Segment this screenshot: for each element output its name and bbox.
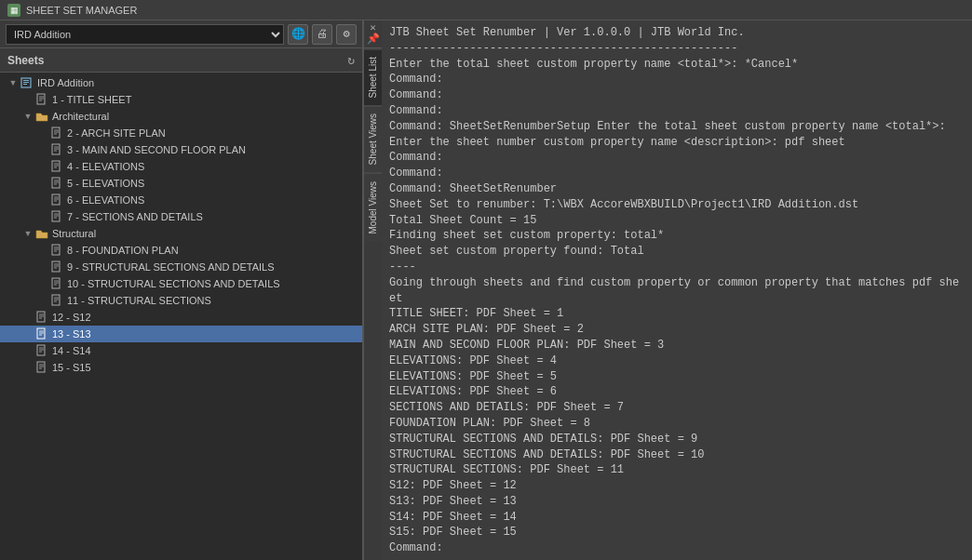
console-line: ---- xyxy=(389,260,965,275)
close-panel-button[interactable]: ✕ xyxy=(370,23,376,33)
tree-item-4[interactable]: 4 - ELEVATIONS xyxy=(0,158,362,175)
sheet-icon-9 xyxy=(50,260,63,273)
expand-icon-8 xyxy=(37,245,48,256)
sheet-icon-8 xyxy=(50,244,63,257)
sheets-title: Sheets xyxy=(7,54,44,67)
svg-rect-8 xyxy=(52,127,60,138)
expand-icon-arch: ▼ xyxy=(22,111,34,122)
tree-item-arch[interactable]: ▼ Architectural xyxy=(0,108,362,125)
svg-rect-2 xyxy=(23,82,29,83)
pin-panel-button[interactable]: 📌 xyxy=(367,34,380,45)
console-line: Sheet Set to renumber: T:\WBX AccoreWBXB… xyxy=(389,197,965,213)
console-line: Command: SheetSetRenumber xyxy=(389,181,965,197)
folder-icon-struct xyxy=(35,227,48,240)
svg-rect-52 xyxy=(37,328,45,339)
console-line: S14: PDF Sheet = 14 xyxy=(389,510,965,526)
side-tabs: ✕ 📌 Sheet List Sheet Views Model Views xyxy=(363,20,382,560)
expand-icon-6 xyxy=(37,194,48,206)
console-line: STRUCTURAL SECTIONS AND DETAILS: PDF She… xyxy=(389,432,965,447)
tree-label-3: 3 - MAIN AND SECOND FLOOR PLAN xyxy=(67,144,246,155)
tree-label-15: 15 - S15 xyxy=(52,362,91,373)
tree-label-arch: Architectural xyxy=(52,111,109,122)
tree-item-10[interactable]: 10 - STRUCTURAL SECTIONS AND DETAILS xyxy=(0,275,362,292)
tab-model-views[interactable]: Model Views xyxy=(364,173,382,242)
console-line: Command: xyxy=(389,150,965,166)
svg-rect-60 xyxy=(37,362,45,372)
console-line: S13: PDF Sheet = 13 xyxy=(389,494,965,510)
tree-view[interactable]: ▼ IRD Addition 1 - TITLE SHEET ▼ xyxy=(0,73,362,560)
expand-icon-3 xyxy=(37,144,48,155)
tree-item-root[interactable]: ▼ IRD Addition xyxy=(0,74,362,91)
tree-item-14[interactable]: 14 - S14 xyxy=(0,342,362,359)
svg-rect-48 xyxy=(37,312,45,322)
sheet-icon-13 xyxy=(35,327,48,340)
tree-item-struct[interactable]: ▼ Structural xyxy=(0,225,362,242)
print-button[interactable]: 🖨 xyxy=(312,24,332,45)
console-line: ELEVATIONS: PDF Sheet = 6 xyxy=(389,384,965,400)
console-line: ELEVATIONS: PDF Sheet = 4 xyxy=(389,353,965,369)
sheets-header: Sheets ↻ xyxy=(0,48,362,73)
sheet-icon-7 xyxy=(50,210,63,223)
console-line: ARCH SITE PLAN: PDF Sheet = 2 xyxy=(389,322,965,338)
svg-rect-40 xyxy=(52,278,60,288)
tab-sheet-list[interactable]: Sheet List xyxy=(364,48,382,105)
svg-rect-28 xyxy=(52,211,60,221)
svg-rect-12 xyxy=(52,144,60,154)
globe-button[interactable]: 🌐 xyxy=(288,24,308,45)
tree-label-12: 12 - S12 xyxy=(52,312,91,323)
expand-icon-9 xyxy=(37,261,48,273)
sheet-set-selector[interactable]: IRD Addition xyxy=(6,24,284,45)
tree-item-3[interactable]: 3 - MAIN AND SECOND FLOOR PLAN xyxy=(0,141,362,158)
main-layout: IRD Addition 🌐 🖨 ⚙ Sheets ↻ ▼ IRD Additi… xyxy=(0,20,972,560)
sheet-icon-6 xyxy=(50,193,63,207)
tree-item-9[interactable]: 9 - STRUCTURAL SECTIONS AND DETAILS xyxy=(0,259,362,275)
expand-icon-1 xyxy=(22,94,34,105)
svg-rect-56 xyxy=(37,345,45,355)
console-output[interactable]: Command: Command: Command: Command: Shee… xyxy=(382,20,972,560)
tree-item-12[interactable]: 12 - S12 xyxy=(0,309,362,326)
root-icon xyxy=(20,76,34,89)
console-line: Command: xyxy=(389,72,965,87)
tree-item-7[interactable]: 7 - SECTIONS AND DETAILS xyxy=(0,208,362,225)
expand-icon-15 xyxy=(22,362,34,373)
tree-item-6[interactable]: 6 - ELEVATIONS xyxy=(0,192,362,208)
console-line: ----------------------------------------… xyxy=(389,41,965,57)
console-line: FOUNDATION PLAN: PDF Sheet = 8 xyxy=(389,416,965,432)
console-line: Enter the total sheet custom property na… xyxy=(389,57,965,73)
console-line: Total Sheet Count = 15 xyxy=(389,213,965,229)
console-line: S15: PDF Sheet = 15 xyxy=(389,525,965,540)
tree-label-2: 2 - ARCH SITE PLAN xyxy=(67,127,166,139)
tree-item-13[interactable]: 13 - S13 xyxy=(0,326,362,342)
sheet-icon-15 xyxy=(35,361,48,374)
tree-item-5[interactable]: 5 - ELEVATIONS xyxy=(0,175,362,192)
right-panel: Command: Command: Command: Command: Shee… xyxy=(382,20,972,560)
sheet-icon-14 xyxy=(35,344,48,357)
settings-button[interactable]: ⚙ xyxy=(336,24,357,45)
expand-icon-2 xyxy=(37,127,48,139)
tree-label-5: 5 - ELEVATIONS xyxy=(67,178,144,189)
svg-rect-1 xyxy=(23,80,29,81)
tree-item-15[interactable]: 15 - S15 xyxy=(0,359,362,376)
tree-item-1[interactable]: 1 - TITLE SHEET xyxy=(0,91,362,108)
tree-label-10: 10 - STRUCTURAL SECTIONS AND DETAILS xyxy=(67,278,280,289)
refresh-button[interactable]: ↻ xyxy=(347,53,355,68)
svg-rect-20 xyxy=(52,178,60,188)
console-line: Command: xyxy=(389,87,965,103)
tree-label-14: 14 - S14 xyxy=(52,345,91,356)
tree-item-2[interactable]: 2 - ARCH SITE PLAN xyxy=(0,125,362,141)
expand-icon-root: ▼ xyxy=(7,77,19,88)
tree-label-struct: Structural xyxy=(52,228,96,239)
console-line: S12: PDF Sheet = 12 xyxy=(389,478,965,494)
tree-item-11[interactable]: 11 - STRUCTURAL SECTIONS xyxy=(0,292,362,309)
console-line: Command: SheetSetRenumberSetup Enter the… xyxy=(389,119,965,135)
tree-label-11: 11 - STRUCTURAL SECTIONS xyxy=(67,295,211,306)
tree-item-8[interactable]: 8 - FOUNDATION PLAN xyxy=(0,242,362,259)
svg-rect-32 xyxy=(52,245,60,255)
title-bar: ▦ SHEET SET MANAGER xyxy=(0,0,972,20)
expand-icon-5 xyxy=(37,178,48,189)
svg-rect-3 xyxy=(23,84,27,85)
sheet-icon-2 xyxy=(50,127,63,140)
tab-sheet-views[interactable]: Sheet Views xyxy=(364,105,382,172)
svg-rect-24 xyxy=(52,194,60,205)
sheet-icon-5 xyxy=(50,177,63,190)
